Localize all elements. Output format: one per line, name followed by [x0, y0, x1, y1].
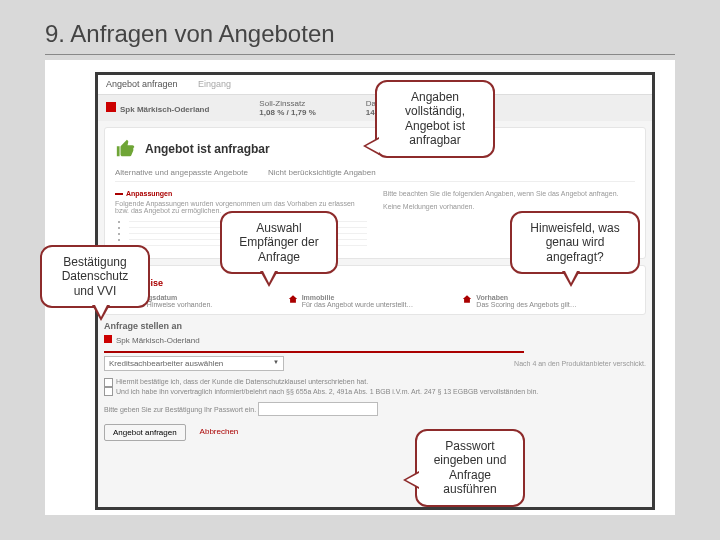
- callout-hinweisfeld: Hinweisfeld, was genau wird angefragt?: [510, 211, 640, 274]
- slide-title: 9. Anfragen von Angeboten: [45, 20, 335, 48]
- hint-item-2: ImmobilieFür das Angebot wurde unterstel…: [288, 294, 463, 308]
- status-title: Angebot ist anfragbar: [145, 142, 270, 156]
- submit-button[interactable]: Angebot anfragen: [104, 424, 186, 441]
- callout-bestaetigung: Bestätigung Datenschutz und VVI: [40, 245, 150, 308]
- right-note: Nach 4 an den Produktanbieter verschickt…: [514, 360, 646, 367]
- password-input[interactable]: [258, 402, 378, 416]
- recipient-dropdown[interactable]: Kreditsachbearbeiter auswählen: [104, 356, 284, 371]
- callout-passwort: Passwort eingeben und Anfrage ausführen: [415, 429, 525, 507]
- tab-active[interactable]: Angebot anfragen: [106, 79, 178, 89]
- bank-icon: [106, 102, 116, 112]
- tab-secondary[interactable]: Eingang: [198, 79, 231, 89]
- bank-name: Spk Märkisch-Oderland: [120, 105, 209, 114]
- consent-block: Hiermit bestätige ich, dass der Kunde di…: [104, 377, 646, 396]
- subtab-2[interactable]: Nicht berücksichtigte Angaben: [268, 168, 376, 177]
- consent-checkbox-2[interactable]: [104, 387, 113, 396]
- header-col2: Soll-Zinssatz1,08 % / 1,79 %: [259, 99, 315, 117]
- house-icon: [462, 294, 472, 304]
- house-icon: [288, 294, 298, 304]
- password-row: Bitte geben Sie zur Bestätigung Ihr Pass…: [104, 402, 646, 416]
- send-block: Anfrage stellen an Spk Märkisch-Oderland…: [104, 321, 646, 371]
- cancel-button[interactable]: Abbrechen: [192, 424, 247, 441]
- subtab-1[interactable]: Alternative und angepasste Angebote: [115, 168, 248, 177]
- title-rule: [45, 54, 675, 55]
- callout-auswahl: Auswahl Empfänger der Anfrage: [220, 211, 338, 274]
- consent-checkbox-1[interactable]: [104, 378, 113, 387]
- callout-angaben: Angaben vollständig, Angebot ist anfragb…: [375, 80, 495, 158]
- thumbs-up-icon: [115, 138, 137, 160]
- hint-item-3: VorhabenDas Scoring des Angebots gilt…: [462, 294, 637, 308]
